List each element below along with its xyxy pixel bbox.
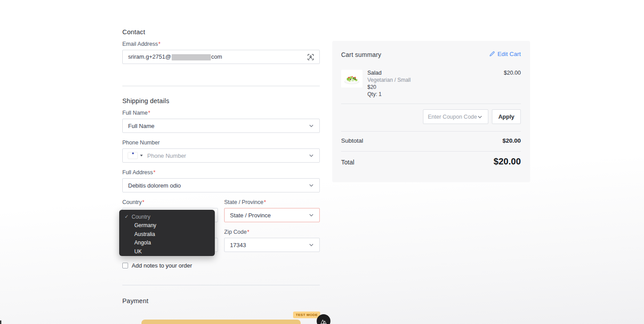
country-option-label: UK	[134, 248, 142, 255]
coupon-code-select[interactable]: Enter Coupon Code	[423, 109, 488, 124]
email-label-text: Email Address	[122, 41, 158, 47]
divider	[122, 285, 320, 285]
redacted-block	[172, 54, 211, 60]
caret-down-icon[interactable]	[140, 155, 143, 156]
country-dropdown-popup: ✓ Country Germany Australia Angola UK	[119, 210, 215, 256]
country-label-text: Country	[122, 199, 142, 205]
subtotal-label: Subtotal	[341, 137, 363, 144]
full-name-value: Full Name	[128, 123, 309, 129]
state-label-text: State / Province	[224, 199, 263, 205]
contact-heading: Contact	[122, 28, 145, 36]
corner-artifact	[0, 320, 1, 324]
test-mode-badge-wrap: TEST MODE	[293, 310, 320, 318]
apply-coupon-button[interactable]: Apply	[492, 109, 521, 124]
phone-field[interactable]: Phone Number	[122, 148, 320, 163]
chevron-down-icon	[309, 183, 314, 188]
email-field[interactable]: sriram.g+2751@com	[122, 50, 320, 64]
cart-item-qty: Qty: 1	[367, 91, 382, 97]
country-option[interactable]: Angola	[119, 239, 215, 248]
chevron-down-icon	[309, 153, 314, 158]
cart-item-unit-price: $20	[367, 84, 376, 90]
full-address-label: Full Address*	[122, 169, 156, 176]
country-option-label: Australia	[134, 231, 155, 237]
chevron-down-icon	[309, 123, 314, 128]
cart-item-name: Salad	[367, 70, 382, 76]
mountain-logo-icon	[320, 318, 327, 324]
email-required-mark: *	[158, 41, 161, 47]
country-option-label: Germany	[134, 222, 156, 228]
cart-summary-panel: Cart summary Edit Cart Salad Vegetarian …	[332, 41, 530, 182]
brand-logo-badge[interactable]	[317, 314, 330, 324]
zip-select[interactable]: 17343	[224, 238, 320, 252]
salad-image	[343, 72, 361, 85]
test-mode-badge: TEST MODE	[293, 312, 320, 318]
coupon-row: Enter Coupon Code Apply	[423, 109, 521, 124]
face-scan-icon[interactable]	[307, 54, 314, 60]
full-address-value: Debitis dolorem odio	[128, 182, 309, 189]
phone-input[interactable]: Phone Number	[147, 152, 309, 159]
cart-item-variant: Vegetarian / Small	[367, 77, 411, 83]
full-name-label: Full Name*	[122, 110, 150, 116]
chevron-down-icon	[309, 212, 314, 218]
zip-value: 17343	[230, 242, 309, 248]
total-label: Total	[341, 159, 354, 166]
notes-checkbox[interactable]	[122, 263, 128, 268]
india-flag-icon[interactable]	[128, 152, 137, 159]
full-name-required-mark: *	[148, 110, 150, 116]
phone-label: Phone Number	[122, 140, 160, 146]
cart-summary-title: Cart summary	[341, 51, 381, 58]
pencil-icon	[489, 51, 495, 57]
country-option-label: Angola	[134, 240, 151, 246]
state-value: State / Province	[230, 212, 309, 219]
email-label: Email Address*	[122, 41, 161, 47]
payment-widget-bar	[141, 320, 301, 324]
cart-item-image	[341, 70, 362, 88]
chevron-down-icon	[309, 242, 314, 248]
country-option[interactable]: Australia	[119, 230, 215, 239]
full-name-select[interactable]: Full Name	[122, 119, 320, 133]
subtotal-value: $20.00	[503, 137, 521, 144]
payment-heading: Payment	[122, 297, 149, 304]
zip-required-mark: *	[247, 229, 250, 235]
email-value: sriram.g+2751@com	[128, 53, 307, 60]
total-value: $20.00	[494, 156, 521, 167]
state-label: State / Province*	[224, 199, 266, 205]
check-icon: ✓	[125, 214, 132, 220]
divider	[341, 131, 521, 132]
country-option-label: Country	[132, 214, 150, 220]
full-name-label-text: Full Name	[122, 110, 148, 116]
state-required-mark: *	[264, 199, 266, 205]
divider	[341, 104, 521, 104]
divider	[341, 151, 521, 152]
country-label: Country*	[122, 199, 145, 205]
zip-label-text: Zip Code	[224, 229, 247, 235]
full-address-label-text: Full Address	[122, 169, 153, 176]
notes-row: Add notes to your order	[122, 262, 192, 269]
country-option[interactable]: Germany	[119, 221, 215, 230]
coupon-placeholder: Enter Coupon Code	[428, 114, 477, 120]
state-select[interactable]: State / Province	[224, 208, 320, 222]
zip-label: Zip Code*	[224, 229, 250, 235]
full-address-select[interactable]: Debitis dolorem odio	[122, 178, 320, 192]
cart-item-line-total: $20.00	[504, 70, 521, 76]
notes-checkbox-label: Add notes to your order	[132, 262, 192, 269]
country-option[interactable]: ✓ Country	[119, 212, 215, 221]
country-option[interactable]: UK	[119, 247, 215, 256]
contact-heading-text: Contact	[122, 28, 145, 36]
chevron-down-icon	[477, 114, 483, 120]
shipping-heading: Shipping details	[122, 97, 169, 104]
edit-cart-label: Edit Cart	[497, 51, 521, 57]
divider	[122, 86, 320, 86]
edit-cart-link[interactable]: Edit Cart	[489, 51, 521, 57]
country-required-mark: *	[142, 199, 145, 205]
full-address-required-mark: *	[153, 169, 156, 176]
